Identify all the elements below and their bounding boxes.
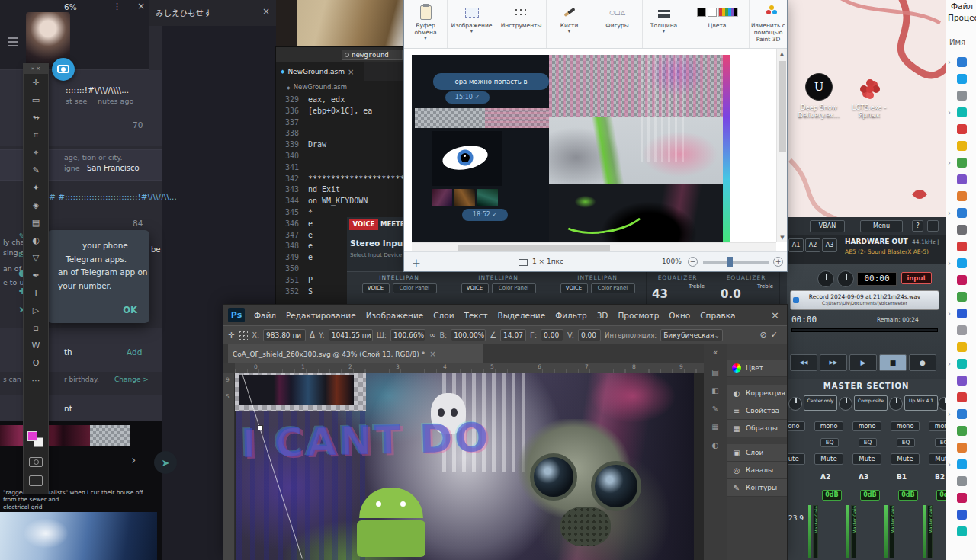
fader-column[interactable]: Master Gain bbox=[884, 505, 894, 558]
menu-item[interactable]: Окно bbox=[669, 311, 690, 320]
menu-item[interactable]: Просмотр bbox=[618, 311, 659, 320]
mute-button[interactable]: Mute bbox=[929, 453, 946, 465]
tool-button[interactable]: ↬ bbox=[24, 109, 48, 126]
list-item[interactable]: › bbox=[946, 204, 976, 221]
city-value[interactable]: San Francisco bbox=[87, 164, 140, 172]
eq-button[interactable]: EQ bbox=[897, 438, 915, 447]
group-paint3d[interactable]: Изменить с помощью Paint 3D bbox=[750, 0, 787, 48]
toolbar-header[interactable]: » × bbox=[24, 64, 48, 74]
record-button[interactable]: ● bbox=[909, 354, 936, 371]
hardware-out-label[interactable]: HARDWARE OUT bbox=[845, 238, 908, 245]
menu-item[interactable]: Текст bbox=[464, 311, 487, 320]
reference-point-icon[interactable] bbox=[238, 330, 248, 340]
panel-properties[interactable]: ≡ Свойства bbox=[727, 402, 787, 420]
fader-column[interactable]: Master Gain bbox=[808, 505, 818, 558]
group-label[interactable]: Фигуры bbox=[592, 22, 642, 29]
dock-icon[interactable]: ◧ bbox=[704, 381, 727, 399]
eq-button[interactable]: EQ bbox=[935, 438, 946, 447]
horizontal-ruler[interactable]: 0123456789 bbox=[235, 363, 704, 373]
menu-item[interactable]: Справка bbox=[700, 311, 735, 320]
list-item[interactable]: › bbox=[946, 104, 976, 120]
group-clipboard[interactable]: Буфер обмена ▾ bbox=[404, 0, 448, 48]
master-knob[interactable] bbox=[839, 397, 852, 411]
menu-dots-icon[interactable]: ⋮ bbox=[113, 2, 121, 11]
list-item[interactable]: › bbox=[946, 154, 976, 171]
list-item[interactable] bbox=[946, 120, 976, 137]
close-icon[interactable]: × bbox=[137, 1, 145, 11]
tool-button[interactable]: ▽ bbox=[24, 249, 48, 267]
input-indicator[interactable]: input bbox=[901, 272, 932, 284]
tool-button[interactable]: ✛ bbox=[24, 74, 48, 91]
horizontal-scrollbar[interactable] bbox=[412, 242, 776, 251]
list-item[interactable] bbox=[946, 389, 976, 405]
desktop-icon-deep-snow[interactable]: U Deep Snow Delivery.ex... bbox=[795, 6, 843, 119]
rewind-button[interactable]: ◀◀ bbox=[790, 354, 817, 371]
tool-button[interactable]: ⋯ bbox=[24, 372, 48, 389]
tool-button[interactable]: ⌗ bbox=[24, 126, 48, 144]
search-input[interactable] bbox=[352, 51, 396, 59]
menu-item[interactable]: Файл bbox=[254, 311, 276, 320]
vertical-ruler[interactable]: 9 5 bbox=[223, 373, 235, 560]
mute-button[interactable]: Mute bbox=[891, 453, 920, 465]
expander-chevron[interactable]: › bbox=[948, 309, 955, 318]
hscroll-thumb[interactable] bbox=[458, 245, 610, 251]
dock-icon[interactable]: ▦ bbox=[704, 418, 727, 436]
treble-label[interactable]: Treble bbox=[689, 283, 705, 290]
clock-button-2[interactable] bbox=[837, 270, 854, 287]
tool-button[interactable]: ▫ bbox=[24, 319, 48, 337]
scroll-thumb[interactable] bbox=[779, 61, 786, 152]
list-item[interactable]: › bbox=[946, 456, 976, 472]
expander-chevron[interactable]: › bbox=[948, 158, 955, 167]
mono-button[interactable]: mono bbox=[787, 421, 805, 431]
eq-button[interactable]: EQ bbox=[820, 438, 839, 447]
list-item[interactable] bbox=[946, 472, 976, 489]
close-icon[interactable]: × bbox=[262, 6, 270, 17]
tab-close-icon[interactable]: × bbox=[348, 68, 354, 76]
commit-transform-button[interactable]: ✓ bbox=[771, 330, 778, 340]
color-panel-button[interactable]: Color Panel bbox=[393, 283, 437, 293]
group-thickness[interactable]: Толщина ▾ bbox=[643, 0, 685, 48]
list-item[interactable] bbox=[946, 271, 976, 288]
zoom-in-button[interactable]: + bbox=[773, 257, 783, 267]
group-brushes[interactable]: Кисти ▾ bbox=[547, 0, 592, 48]
fader-column[interactable]: Master Gain bbox=[923, 505, 933, 558]
file-menu[interactable]: Файл bbox=[946, 0, 976, 11]
media-image[interactable] bbox=[0, 512, 157, 560]
list-item[interactable] bbox=[946, 439, 976, 456]
next-fab-button[interactable]: ➤ bbox=[154, 451, 177, 474]
list-item[interactable] bbox=[946, 506, 976, 523]
list-item[interactable] bbox=[946, 422, 976, 439]
quick-mask-icon[interactable] bbox=[29, 457, 43, 467]
tab-close-icon[interactable]: × bbox=[429, 350, 435, 358]
collapse-panels-button[interactable]: « bbox=[704, 344, 727, 357]
tool-button[interactable]: ⌖ bbox=[24, 144, 48, 162]
group-image[interactable]: Изображение ▾ bbox=[448, 0, 496, 48]
fader-slot[interactable]: Master Gain bbox=[927, 505, 933, 558]
fader-column[interactable]: Master Gain bbox=[846, 505, 856, 558]
tool-button[interactable]: ✎ bbox=[24, 162, 48, 179]
dropdown-arrow-icon[interactable]: ▾ bbox=[547, 29, 592, 34]
list-item[interactable] bbox=[946, 137, 976, 154]
bus-button[interactable]: A2 bbox=[805, 238, 820, 252]
x-field[interactable]: 983.80 пи bbox=[263, 329, 306, 341]
menu-item[interactable]: 3D bbox=[597, 311, 608, 320]
group-label[interactable]: Инструменты bbox=[496, 22, 546, 29]
vban-button[interactable]: VBAN bbox=[810, 220, 845, 232]
y-field[interactable]: 1041.55 пи bbox=[329, 329, 373, 341]
list-item[interactable] bbox=[946, 288, 976, 305]
bus-button[interactable]: A3 bbox=[822, 238, 837, 252]
mono-button[interactable]: mono bbox=[891, 421, 920, 431]
screen-mode-icon[interactable] bbox=[29, 475, 43, 486]
list-item[interactable] bbox=[946, 87, 976, 104]
transform-anchor[interactable] bbox=[258, 425, 263, 430]
tool-button[interactable]: Q bbox=[24, 354, 48, 372]
group-tools[interactable]: Инструменты bbox=[496, 0, 547, 48]
eq-button[interactable]: EQ bbox=[859, 438, 877, 447]
voice-button[interactable]: VOICE bbox=[362, 283, 390, 293]
tool-button[interactable]: ✦ bbox=[24, 179, 48, 197]
paint-image[interactable]: ора можно попасть в 15:10 ✓ 18:52 ✓ bbox=[412, 55, 730, 242]
color1-swatch[interactable] bbox=[697, 8, 706, 17]
expander-chevron[interactable]: › bbox=[948, 108, 955, 117]
zoom-slider-thumb[interactable] bbox=[727, 257, 733, 267]
zoom-slider[interactable] bbox=[703, 261, 769, 264]
